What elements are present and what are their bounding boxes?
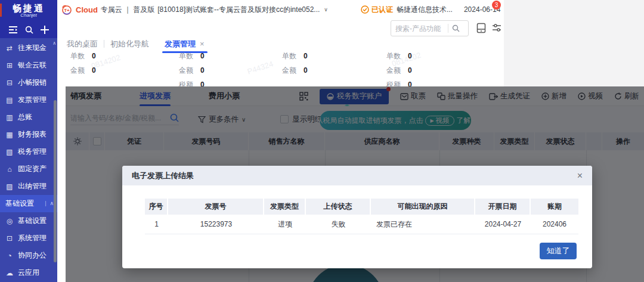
notification-badge: 3 <box>492 1 501 10</box>
sidebar-menu: ⇄往来现金 ⊞银企云联 ⊟小畅报销 ▤发票管理 ▥总账 ▦财务报表 ▧税务管理 … <box>0 38 57 281</box>
tplus-cloud-logo-icon: T+ <box>61 4 73 15</box>
stat-label: 金额 <box>70 66 85 76</box>
sidebar-scrollbar[interactable] <box>54 100 57 262</box>
scroll-up-icon[interactable]: ∧ <box>52 41 56 46</box>
menu-collapse-icon[interactable] <box>8 26 18 34</box>
product-search[interactable] <box>391 20 469 36</box>
notifications-sliders-icon[interactable] <box>490 21 503 35</box>
sidebar: 畅捷通 Chanjet ⇄往来现金 ⊞银企云联 ⊟小畅报销 ▤发票管理 ▥总账 … <box>0 0 57 282</box>
sidebar-item-wanglaixianjin[interactable]: ⇄往来现金 <box>0 39 57 57</box>
sidebar-section-jichushezhi[interactable]: 基础设置 ｜ ∧ <box>0 195 57 212</box>
tab-my-desktop[interactable]: 我的桌面 <box>67 39 98 49</box>
col-invoice-no: 发票号 <box>168 199 264 215</box>
cell-possible-reason: 发票已存在 <box>371 215 475 234</box>
sidebar-item-label: 财务报表 <box>18 129 47 140</box>
stat-group-1: 单数0 金额0 <box>70 49 96 78</box>
sidebar-item-label: 总账 <box>18 112 32 122</box>
stat-value: 0 <box>408 66 412 75</box>
sidebar-item-caiwubaobiao[interactable]: ▦财务报表 <box>0 126 57 143</box>
sidebar-item-label: 固定资产 <box>18 164 47 174</box>
svg-text:T+: T+ <box>64 8 70 13</box>
stat-label: 金额 <box>282 66 296 76</box>
sidebar-item-zongzhang[interactable]: ▥总账 <box>0 109 57 126</box>
product-search-input[interactable] <box>395 24 447 33</box>
top-header: T+ Cloud 专属云 ｜ 普及版 [810018]测试账套--专属云普及版对… <box>57 0 504 86</box>
stat-value: 0 <box>200 52 205 60</box>
sidebar-add-icon[interactable] <box>41 26 49 34</box>
stat-label: 金额 <box>386 66 401 76</box>
tab-close-icon[interactable]: × <box>200 39 205 48</box>
sidebar-item-yinqiyunlian[interactable]: ⊞银企云联 <box>0 57 57 74</box>
stat-group-4: 单数0 金额0 税额0 <box>386 49 412 86</box>
sidebar-item-label: 云应用 <box>18 268 39 278</box>
bank-cloud-icon: ⊞ <box>5 61 14 70</box>
certified-badge-icon <box>361 5 369 14</box>
ledger-icon: ▥ <box>5 113 14 122</box>
sidebar-item-label: 小畅报销 <box>18 78 47 88</box>
stat-group-3: 单数0 金额0 <box>282 49 308 78</box>
sidebar-item-gudingzichan[interactable]: ⌂固定资产 <box>0 160 57 178</box>
stat-label: 税额 <box>386 80 401 87</box>
invoice-icon: ▤ <box>5 96 14 104</box>
cell-invoice-type: 进项 <box>264 215 306 234</box>
sidebar-item-xitongguanli[interactable]: ⊡系统管理 <box>0 230 57 247</box>
cell-invoice-date: 2024-04-27 <box>475 215 531 234</box>
cell-invoice-no: 15223973 <box>168 215 264 234</box>
certified-label: 已认证 <box>371 5 393 15</box>
expense-icon: ⊟ <box>5 79 14 87</box>
account-dropdown-icon[interactable]: ∨ <box>324 7 328 13</box>
tab-init-nav[interactable]: 初始化导航 <box>110 39 149 49</box>
section-divider: ｜ <box>43 200 48 206</box>
company-name: 畅捷通信息技术... <box>397 5 453 15</box>
sidebar-search-icon[interactable] <box>25 26 33 34</box>
stat-label: 单数 <box>282 51 296 61</box>
stat-label: 单数 <box>179 51 193 61</box>
watermark: P44324 <box>246 59 274 76</box>
stat-group-2: 单数0 金额0 税额0 <box>179 49 205 86</box>
stat-value: 0 <box>92 52 96 60</box>
search-icon[interactable] <box>452 24 460 32</box>
sidebar-item-chunaguanli[interactable]: ▨出纳管理 <box>0 178 57 195</box>
stat-value: 0 <box>304 66 308 75</box>
asset-icon: ⌂ <box>5 165 14 173</box>
sidebar-item-label: 基础设置 <box>18 216 47 226</box>
sidebar-item-label: 往来现金 <box>18 43 47 53</box>
close-icon[interactable]: × <box>577 171 583 181</box>
tax-icon: ▧ <box>5 148 14 156</box>
upload-result-table: 序号 发票号 发票类型 上传状态 可能出现的原因 开票日期 账期 1 15223… <box>145 199 578 234</box>
sidebar-item-xiaochangbaoxiao[interactable]: ⊟小畅报销 <box>0 74 57 91</box>
report-icon: ▦ <box>5 131 14 139</box>
corner-accent <box>0 4 2 17</box>
dialog-title: 电子发票上传结果 <box>132 171 194 181</box>
logo-subtitle: Chanjet <box>20 13 37 18</box>
result-table-row: 1 15223973 进项 失败 发票已存在 2024-04-27 202406 <box>145 215 578 234</box>
account-name: [810018]测试账套--专属云普及版对接cc的inte052... <box>157 5 320 15</box>
cashier-icon: ▨ <box>5 182 14 191</box>
gear-icon: ◎ <box>5 217 14 225</box>
cell-upload-status: 失败 <box>306 215 371 234</box>
col-invoice-date: 开票日期 <box>475 199 531 215</box>
invoice-stats: 0814202 P44324 0814202 单数0 金额0 单数0 金额0 税… <box>57 49 504 86</box>
stat-value: 0 <box>408 80 412 86</box>
stat-value: 0 <box>304 52 308 60</box>
transfer-icon: ⇄ <box>5 44 14 52</box>
sidebar-item-jichushezhi[interactable]: ◎基础设置 <box>0 212 57 230</box>
sidebar-item-shuiwuguanli[interactable]: ▧税务管理 <box>0 143 57 160</box>
sidebar-item-fapiaoguanli[interactable]: ▤发票管理 <box>0 91 57 109</box>
collapse-icon[interactable]: ∧ <box>49 200 54 206</box>
acknowledge-button[interactable]: 知道了 <box>540 243 577 259</box>
sidebar-item-label: 税务管理 <box>18 147 47 157</box>
col-possible-reason: 可能出现的原因 <box>371 199 475 215</box>
stat-label: 单数 <box>386 51 401 61</box>
sidebar-item-label: 出纳管理 <box>18 181 47 191</box>
sidebar-item-yunyingyong[interactable]: ☁云应用 <box>0 264 57 281</box>
client-app-icon[interactable] <box>475 21 488 35</box>
logo-title: 畅捷通 <box>13 4 45 13</box>
col-seq: 序号 <box>145 199 168 215</box>
compass-icon: ◔ <box>5 252 14 260</box>
sidebar-item-xietongbangong[interactable]: ◔协同办公 <box>0 247 57 264</box>
sidebar-item-label: 系统管理 <box>18 233 47 243</box>
edition-label: 专属云 ｜ 普及版 <box>101 5 154 15</box>
upload-result-dialog: 电子发票上传结果 × 序号 发票号 发票类型 上传状态 可能出现的原因 开票日期… <box>122 166 592 268</box>
tab-invoice-mgmt[interactable]: 发票管理 × <box>165 39 205 49</box>
